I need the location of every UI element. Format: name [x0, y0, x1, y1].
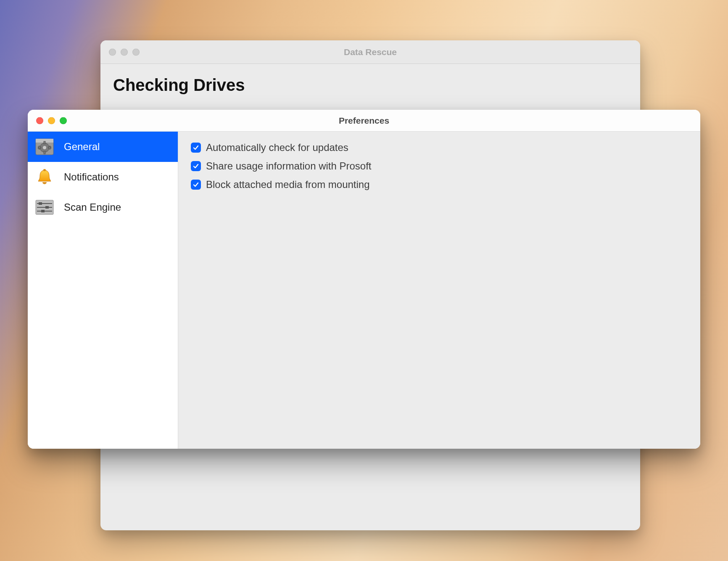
scan-icon — [34, 197, 55, 217]
preferences-sidebar: General — [28, 132, 178, 449]
option-share-usage: Share usage information with Prosoft — [191, 160, 688, 172]
option-auto-update: Automatically check for updates — [191, 142, 688, 153]
zoom-button[interactable] — [60, 117, 67, 124]
general-icon — [34, 137, 55, 157]
sidebar-item-general[interactable]: General — [28, 132, 178, 162]
close-button[interactable] — [36, 117, 43, 124]
bell-icon — [34, 167, 55, 187]
sidebar-item-notifications[interactable]: Notifications — [28, 162, 178, 192]
main-window-content: Checking Drives — [100, 64, 640, 106]
sidebar-item-label: Notifications — [64, 171, 119, 183]
checkbox-label: Share usage information with Prosoft — [206, 160, 372, 172]
sidebar-item-scan-engine[interactable]: Scan Engine — [28, 192, 178, 222]
svg-rect-12 — [43, 169, 46, 171]
preferences-traffic-lights — [36, 117, 67, 124]
minimize-button[interactable] — [48, 117, 55, 124]
option-block-media: Block attached media from mounting — [191, 179, 688, 191]
main-window-traffic-lights — [109, 48, 140, 56]
svg-rect-4 — [44, 151, 45, 154]
zoom-button[interactable] — [132, 48, 140, 56]
preferences-window: Preferences — [28, 110, 700, 449]
checkbox-label: Block attached media from mounting — [206, 179, 370, 191]
checkbox-auto-update[interactable] — [191, 143, 201, 153]
preferences-body: General — [28, 132, 700, 449]
main-window-title: Data Rescue — [100, 47, 640, 57]
preferences-content: Automatically check for updates Share us… — [178, 132, 700, 449]
close-button[interactable] — [109, 48, 116, 56]
svg-rect-17 — [39, 202, 42, 205]
checkbox-block-media[interactable] — [191, 180, 201, 190]
svg-point-11 — [43, 146, 46, 149]
svg-rect-19 — [41, 210, 45, 212]
svg-rect-3 — [44, 141, 45, 144]
svg-rect-18 — [45, 206, 49, 209]
preferences-titlebar: Preferences — [28, 110, 700, 132]
sidebar-item-label: General — [64, 141, 100, 153]
minimize-button[interactable] — [121, 48, 128, 56]
main-window-titlebar: Data Rescue — [100, 40, 640, 64]
checkbox-share-usage[interactable] — [191, 161, 201, 171]
checkbox-label: Automatically check for updates — [206, 142, 348, 153]
page-heading: Checking Drives — [113, 76, 628, 95]
preferences-title: Preferences — [28, 116, 700, 126]
sidebar-item-label: Scan Engine — [64, 201, 121, 213]
